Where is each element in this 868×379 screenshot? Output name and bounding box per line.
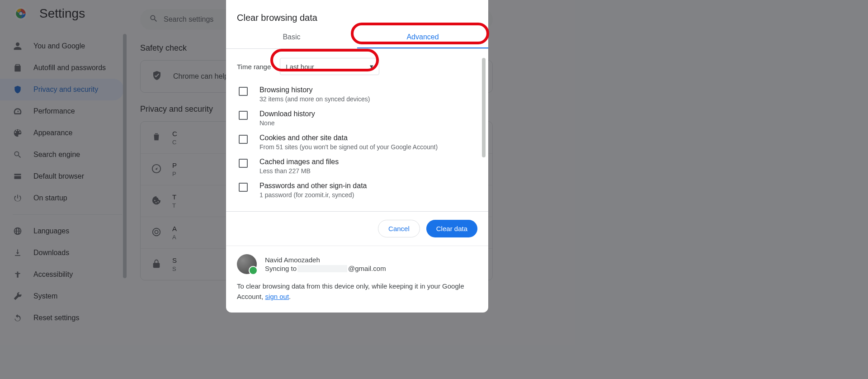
checkbox[interactable] <box>239 183 248 192</box>
account-section: Navid Amoozadeh Syncing to @gmail.com To… <box>226 246 488 313</box>
checkbox[interactable] <box>239 135 248 144</box>
time-range-label: Time range <box>237 63 271 71</box>
clear-item-download-history[interactable]: Download historyNone <box>237 106 477 130</box>
checkbox[interactable] <box>239 159 248 168</box>
sign-out-link[interactable]: sign out <box>265 293 289 300</box>
time-range-value: Last hour <box>286 63 314 71</box>
dialog-tabs: Basic Advanced <box>226 27 488 49</box>
clear-browsing-data-dialog: Clear browsing data Basic Advanced Time … <box>226 0 488 313</box>
clear-item-cached-images-and-files[interactable]: Cached images and filesLess than 227 MB <box>237 154 477 178</box>
clear-item-passwords-and-other-sign-in-data[interactable]: Passwords and other sign-in data1 passwo… <box>237 178 477 202</box>
avatar <box>237 254 257 274</box>
clear-data-button[interactable]: Clear data <box>426 220 477 237</box>
checkbox[interactable] <box>239 87 248 96</box>
syncing-email: Syncing to @gmail.com <box>265 265 386 272</box>
dialog-title: Clear browsing data <box>226 0 488 27</box>
sign-out-note: To clear browsing data from this device … <box>237 281 477 302</box>
clear-item-cookies-and-other-site-data[interactable]: Cookies and other site dataFrom 51 sites… <box>237 130 477 154</box>
checkbox[interactable] <box>239 111 248 120</box>
account-name: Navid Amoozadeh <box>265 256 386 264</box>
time-range-select[interactable]: Last hour ▾ <box>280 58 379 75</box>
redacted-email-part <box>297 265 347 272</box>
tab-basic[interactable]: Basic <box>226 27 357 48</box>
dialog-footer: Cancel Clear data <box>226 211 488 246</box>
clear-item-browsing-history[interactable]: Browsing history32 items (and more on sy… <box>237 82 477 106</box>
dropdown-icon: ▾ <box>370 62 373 71</box>
tab-advanced[interactable]: Advanced <box>357 27 488 48</box>
cancel-button[interactable]: Cancel <box>378 220 420 237</box>
